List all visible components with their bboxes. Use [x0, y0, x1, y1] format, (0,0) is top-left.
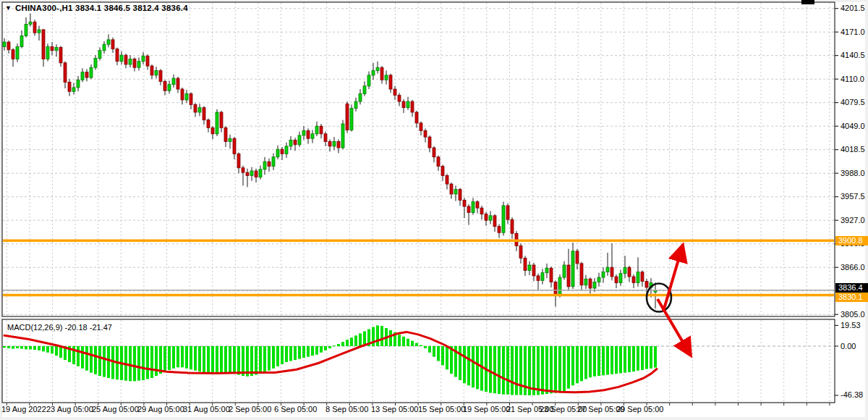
candle	[146, 56, 149, 66]
macd-bar	[545, 346, 548, 394]
candle	[42, 30, 45, 59]
candle	[220, 112, 223, 127]
macd-bar	[602, 346, 605, 375]
macd-bar	[628, 346, 631, 372]
candle	[641, 272, 644, 282]
candle	[584, 279, 587, 285]
candle	[90, 67, 93, 77]
macd-bar	[398, 335, 401, 346]
candle	[454, 190, 457, 194]
candle	[580, 264, 583, 285]
candle	[467, 206, 470, 213]
candle	[376, 67, 379, 70]
candle	[111, 40, 114, 49]
candle	[415, 112, 418, 123]
candle	[632, 277, 635, 283]
candle	[459, 190, 461, 201]
candle	[64, 63, 67, 83]
macd-bar	[576, 346, 579, 383]
candle	[411, 101, 414, 112]
candle	[446, 175, 448, 184]
chart-canvas[interactable]	[0, 0, 868, 420]
macd-bar	[645, 346, 648, 369]
candle	[550, 268, 553, 282]
macd-bar	[584, 346, 587, 379]
macd-bar	[354, 335, 357, 346]
candle	[333, 142, 336, 146]
candle	[216, 112, 218, 134]
candle	[389, 75, 392, 89]
macd-bar	[550, 346, 553, 393]
candle	[85, 72, 88, 77]
macd-bar	[606, 346, 609, 375]
macd-bar	[632, 346, 635, 371]
macd-bar	[181, 346, 184, 367]
candle	[302, 131, 305, 135]
candle	[428, 137, 431, 148]
macd-bar	[498, 346, 501, 394]
macd-bar	[98, 346, 101, 376]
macd-bar	[511, 346, 514, 395]
candle	[346, 104, 349, 130]
candle	[59, 48, 62, 63]
candle	[485, 214, 488, 221]
macd-bar	[281, 346, 284, 364]
macd-bar	[90, 346, 93, 373]
candle	[68, 82, 71, 91]
candle	[33, 22, 36, 33]
macd-bar	[333, 345, 336, 346]
macd-bar	[341, 342, 344, 346]
candle	[528, 265, 531, 270]
candle	[354, 101, 357, 109]
macd-bar	[519, 346, 522, 395]
macd-bar	[610, 346, 613, 374]
macd-bar	[311, 346, 314, 356]
macd-bar	[46, 346, 49, 353]
candle	[541, 273, 544, 281]
price-level-badge-support[interactable]: 3830.1	[835, 293, 868, 302]
macd-bar	[589, 346, 592, 377]
candle	[537, 276, 540, 280]
macd-bar	[350, 337, 353, 346]
candle	[276, 149, 279, 157]
candle	[359, 93, 362, 101]
macd-bar	[220, 346, 223, 373]
macd-bar	[242, 346, 244, 376]
candle	[545, 268, 548, 272]
candle	[120, 55, 123, 62]
candle	[198, 108, 201, 112]
macd-bar	[320, 346, 323, 353]
macd-bar	[150, 346, 153, 378]
macd-bar	[133, 346, 136, 381]
macd-bar	[472, 346, 475, 387]
candle	[420, 123, 422, 131]
candle	[168, 85, 171, 91]
candle	[619, 274, 622, 283]
macd-bar	[255, 346, 258, 375]
candle	[46, 46, 49, 59]
candle	[597, 277, 600, 282]
candle	[407, 101, 409, 108]
candle	[433, 148, 435, 157]
macd-bar	[541, 346, 544, 395]
candle	[593, 282, 596, 288]
macd-bar	[554, 346, 557, 393]
macd-bar	[302, 346, 305, 358]
collapse-chart-icon[interactable]: ▼	[5, 4, 12, 12]
macd-bar	[194, 346, 197, 371]
window-corner-mark	[801, 0, 814, 4]
price-level-badge-resistance[interactable]: 3900.8	[835, 236, 868, 245]
macd-indicator-label: MACD(12,26,9) -20.18 -21.47	[7, 323, 112, 332]
candle	[532, 265, 535, 276]
macd-bar	[489, 346, 492, 393]
mt4-chart-window: ▼ CHINA300-,H1 3834.1 3846.5 3812.4 3836…	[0, 0, 868, 420]
macd-bar	[185, 346, 188, 369]
candle	[324, 134, 327, 142]
candle	[398, 96, 401, 102]
candle	[558, 277, 561, 294]
candle	[615, 277, 618, 283]
candle	[367, 75, 370, 86]
macd-bar	[537, 346, 540, 395]
macd-bar	[259, 346, 262, 374]
candle	[350, 109, 353, 130]
